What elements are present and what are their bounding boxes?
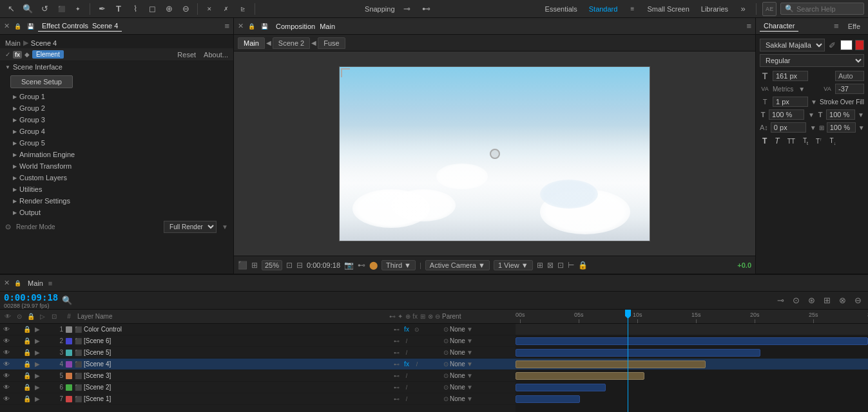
layer-4-vis[interactable]: 👁	[1, 360, 12, 368]
pen-tool[interactable]: ✒	[95, 2, 109, 16]
view-count-btn[interactable]: 1 View ▼	[494, 260, 533, 270]
group-5-item[interactable]: ▶ Group 5	[0, 137, 233, 149]
font-style-select[interactable]: Regular Bold Italic	[760, 54, 864, 67]
puppet-pin-tool[interactable]: ✕	[202, 2, 217, 16]
layer-1-row[interactable]: 👁 🔒 ▶ 1 ⬛ Color Control ⊷ fx ⊙ ⊙ None ▼	[0, 324, 516, 335]
select-tool[interactable]: ↖	[4, 2, 18, 16]
layer-6-expand[interactable]: ▶	[32, 384, 43, 391]
font-size-input[interactable]	[773, 71, 808, 81]
roto-tool[interactable]: ⊖	[178, 2, 193, 16]
render-icon[interactable]: ⬛	[238, 261, 247, 270]
layer-3-expand[interactable]: ▶	[32, 349, 43, 356]
composition-tab[interactable]: Composition Main	[272, 21, 339, 32]
layer-5-expand[interactable]: ▶	[32, 372, 43, 379]
active-camera-btn[interactable]: Active Camera ▼	[425, 260, 490, 270]
layer-6-vis[interactable]: 👁	[1, 384, 12, 391]
search-help-box[interactable]: 🔍	[780, 3, 864, 15]
workspace-libraries[interactable]: Libraries	[697, 4, 732, 14]
layer-4-shy[interactable]: ⊷	[392, 360, 401, 369]
viewport-dot[interactable]	[490, 149, 500, 159]
magnify-icon[interactable]: ⊟	[296, 261, 303, 270]
workspace-small-screen[interactable]: Small Screen	[643, 4, 693, 14]
output-item[interactable]: ▶ Output	[0, 207, 233, 218]
timeline-lock-icon[interactable]: 🔒	[12, 278, 23, 288]
color-swatch-white[interactable]	[840, 40, 853, 50]
tab-fuse[interactable]: Fuse	[318, 37, 345, 49]
tab-main[interactable]: Main	[238, 37, 265, 49]
custom-layers-item[interactable]: ▶ Custom Layers	[0, 172, 233, 183]
layer-2-expand[interactable]: ▶	[32, 337, 43, 344]
track-7-bar[interactable]	[516, 395, 580, 403]
layer-2-effects[interactable]: /	[402, 337, 411, 346]
search-help-input[interactable]	[796, 5, 860, 13]
scale-v-dropdown[interactable]: ▼	[858, 111, 864, 118]
grid-3-icon[interactable]: ⊡	[557, 261, 564, 270]
fx-expand-icon[interactable]: ◆	[24, 51, 30, 58]
tl-icon-3[interactable]: ⊛	[805, 294, 818, 307]
about-btn[interactable]: About...	[204, 51, 228, 59]
layer-5-parent-arrow[interactable]: ▼	[467, 372, 473, 379]
layer-5-row[interactable]: 👁 🔒 ▶ 5 ⬛ [Scene 3] ⊷ / ⊙ None ▼	[0, 370, 516, 382]
track-2-bar[interactable]	[516, 337, 868, 345]
rotate-tool[interactable]: ↺	[37, 2, 52, 16]
layer-1-parent-val[interactable]: None	[450, 326, 465, 333]
scale-h-input[interactable]	[769, 109, 804, 120]
layer-4-expand[interactable]: ▶	[32, 360, 43, 368]
char-tab[interactable]: Character	[760, 21, 798, 32]
stroke-width-input[interactable]	[773, 97, 808, 107]
layer-2-vis[interactable]: 👁	[1, 337, 12, 344]
zoom-selector[interactable]: 25%	[262, 260, 282, 270]
layer-3-vis[interactable]: 👁	[1, 349, 12, 356]
layer-2-row[interactable]: 👁 🔒 ▶ 2 ⬛ [Scene 6] ⊷ / ⊙ None ▼	[0, 335, 516, 347]
char-menu-btn[interactable]: ≡	[834, 21, 839, 31]
fmt-btn-sub[interactable]: T↓	[827, 136, 839, 147]
layer-2-lock[interactable]: 🔒	[22, 337, 32, 344]
panel-close-btn[interactable]: ✕	[4, 22, 10, 30]
comp-menu-btn[interactable]: ≡	[746, 21, 751, 31]
comp-close-btn[interactable]: ✕	[238, 22, 244, 30]
layer-1-adjust[interactable]: ⊙	[412, 325, 421, 334]
timeline-tracks[interactable]: 00s 05s 10s 15s 20s	[516, 310, 868, 412]
lock-icon[interactable]: 🔒	[578, 261, 588, 270]
timeline-close-btn[interactable]: ✕	[4, 279, 10, 287]
layer-3-lock[interactable]: 🔒	[22, 349, 32, 356]
time-display[interactable]: 0:00:09:18	[4, 292, 58, 303]
tab-scene2[interactable]: Scene 2	[273, 37, 310, 49]
tl-icon-5[interactable]: ⊗	[836, 294, 849, 307]
fmt-btn-t2[interactable]: T	[772, 135, 782, 147]
layer-4-adjust[interactable]: /	[412, 360, 421, 369]
comp-lock-icon[interactable]: 🔒	[246, 21, 256, 32]
baseline-v-input[interactable]	[827, 122, 856, 133]
ae-icon[interactable]: AE	[762, 2, 776, 16]
layer-2-parent-arrow[interactable]: ▼	[467, 337, 473, 344]
layer-6-effects[interactable]: /	[402, 383, 411, 392]
layer-7-vis[interactable]: 👁	[1, 395, 12, 402]
kerning-input[interactable]	[835, 84, 864, 94]
snapping-icon-2[interactable]: ⊷	[420, 2, 434, 16]
track-4-bar[interactable]	[516, 360, 706, 368]
layer-1-lock[interactable]: 🔒	[22, 326, 32, 333]
panel-save-icon[interactable]: 💾	[25, 21, 35, 32]
layer-1-parent-arrow[interactable]: ▼	[467, 326, 473, 333]
eyedropper-icon[interactable]: ✐	[827, 40, 838, 50]
layer-3-parent-arrow[interactable]: ▼	[467, 349, 473, 356]
ruler[interactable]: 00s 05s 10s 15s 20s	[516, 310, 868, 324]
camera-icon-footer[interactable]: 📷	[344, 261, 354, 270]
track-3-bar[interactable]	[516, 349, 760, 357]
tl-icon-1[interactable]: ⊸	[774, 294, 787, 307]
scale-v-input[interactable]	[826, 109, 855, 120]
text-tool[interactable]: T	[111, 2, 126, 16]
workspace-essentials[interactable]: Essentials	[541, 4, 581, 14]
reset-btn[interactable]: Reset	[177, 51, 196, 59]
layer-1-shy[interactable]: ⊷	[392, 325, 401, 334]
layer-4-parent-val[interactable]: None	[450, 360, 465, 368]
track-5-bar[interactable]	[516, 372, 644, 380]
layer-2-shy[interactable]: ⊷	[392, 337, 401, 346]
group-4-item[interactable]: ▶ Group 4	[0, 126, 233, 137]
workspace-more-icon[interactable]: »	[736, 2, 750, 16]
layer-4-effects[interactable]: fx	[402, 360, 411, 369]
tl-icon-6[interactable]: ⊖	[851, 294, 864, 307]
zoom-tool[interactable]: 🔍	[21, 2, 35, 16]
layer-7-lock[interactable]: 🔒	[22, 395, 32, 402]
baseline-v-dropdown[interactable]: ▼	[858, 124, 865, 131]
